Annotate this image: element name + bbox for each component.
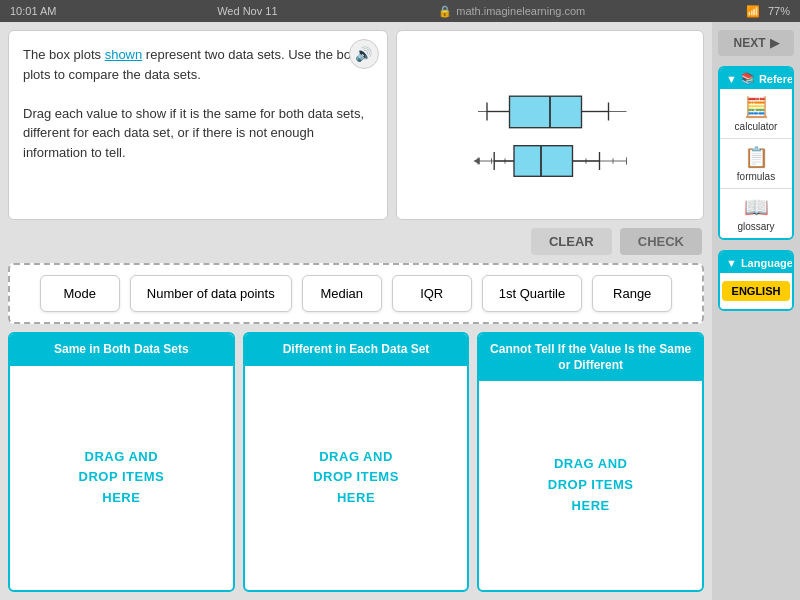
boxplot-container <box>396 30 704 220</box>
time-display: 10:01 AM <box>10 5 56 17</box>
next-label: NEXT <box>733 36 765 50</box>
drop-zone-cannot-tell-header: Cannot Tell If the Value Is the Same or … <box>479 334 702 381</box>
buttons-row: CLEAR CHECK <box>8 228 704 255</box>
check-button[interactable]: CHECK <box>620 228 702 255</box>
drop-zones-container: Same in Both Data Sets DRAG ANDDROP ITEM… <box>8 332 704 592</box>
formulas-label: formulas <box>737 171 775 182</box>
calculator-item[interactable]: 🧮 calculator <box>720 89 792 139</box>
next-button[interactable]: NEXT ▶ <box>718 30 794 56</box>
drag-item-num-data-points[interactable]: Number of data points <box>130 275 292 312</box>
drag-item-range[interactable]: Range <box>592 275 672 312</box>
url-display: math.imaginelearning.com <box>456 5 585 17</box>
drop-zone-same-header: Same in Both Data Sets <box>10 334 233 366</box>
right-sidebar: NEXT ▶ ▼ 📚 Reference 🧮 calculator 📋 form… <box>712 22 800 600</box>
shown-link[interactable]: shown <box>105 47 143 62</box>
formulas-item[interactable]: 📋 formulas <box>720 139 792 189</box>
drop-zone-different[interactable]: Different in Each Data Set DRAG ANDDROP … <box>243 332 470 592</box>
drop-zone-cannot-tell[interactable]: Cannot Tell If the Value Is the Same or … <box>477 332 704 592</box>
reference-triangle-icon: ▼ <box>726 73 737 85</box>
drop-zone-different-header: Different in Each Data Set <box>245 334 468 366</box>
language-body: ENGLISH <box>720 273 792 309</box>
sound-button[interactable]: 🔊 <box>349 39 379 69</box>
top-section: 🔊 The box plots shown represent two data… <box>8 30 704 220</box>
glossary-icon: 📖 <box>744 195 769 219</box>
drop-zone-same[interactable]: Same in Both Data Sets DRAG ANDDROP ITEM… <box>8 332 235 592</box>
drop-zone-different-body: DRAG ANDDROP ITEMSHERE <box>245 366 468 590</box>
next-arrow-icon: ▶ <box>770 36 779 50</box>
drop-zone-same-body: DRAG ANDDROP ITEMSHERE <box>10 366 233 590</box>
content-area: 🔊 The box plots shown represent two data… <box>0 22 712 600</box>
svg-marker-20 <box>473 157 479 164</box>
svg-rect-3 <box>509 96 581 128</box>
instruction-para-2: Drag each value to show if it is the sam… <box>23 104 373 163</box>
svg-rect-23 <box>514 146 573 177</box>
boxplot-svg <box>460 55 640 195</box>
language-button[interactable]: ENGLISH <box>722 281 791 301</box>
drag-item-1st-quartile[interactable]: 1st Quartile <box>482 275 582 312</box>
instructions-box: 🔊 The box plots shown represent two data… <box>8 30 388 220</box>
drag-item-median[interactable]: Median <box>302 275 382 312</box>
glossary-label: glossary <box>737 221 774 232</box>
language-header: ▼ Language ℹ <box>720 252 792 273</box>
main-layout: 🔊 The box plots shown represent two data… <box>0 22 800 600</box>
calculator-label: calculator <box>735 121 778 132</box>
reference-section: ▼ 📚 Reference 🧮 calculator 📋 formulas 📖 … <box>718 66 794 240</box>
instruction-text-1: The box plots <box>23 47 105 62</box>
drag-items-container: Mode Number of data points Median IQR 1s… <box>8 263 704 324</box>
drag-item-iqr[interactable]: IQR <box>392 275 472 312</box>
calculator-icon: 🧮 <box>744 95 769 119</box>
top-bar: 10:01 AM Wed Nov 11 🔒 math.imaginelearni… <box>0 0 800 22</box>
reference-header: ▼ 📚 Reference <box>720 68 792 89</box>
language-section: ▼ Language ℹ ENGLISH <box>718 250 794 311</box>
drop-zone-cannot-tell-body: DRAG ANDDROP ITEMSHERE <box>479 381 702 590</box>
drag-item-mode[interactable]: Mode <box>40 275 120 312</box>
wifi-icon: 📶 <box>746 5 760 18</box>
clear-button[interactable]: CLEAR <box>531 228 612 255</box>
formulas-icon: 📋 <box>744 145 769 169</box>
language-triangle-icon: ▼ <box>726 257 737 269</box>
glossary-item[interactable]: 📖 glossary <box>720 189 792 238</box>
instruction-para-1: The box plots shown represent two data s… <box>23 45 373 84</box>
lock-icon: 🔒 <box>438 5 452 18</box>
reference-label: Reference <box>759 73 794 85</box>
language-label: Language <box>741 257 793 269</box>
day-display: Wed Nov 11 <box>217 5 277 17</box>
battery-display: 77% <box>768 5 790 17</box>
reference-icon: 📚 <box>741 72 755 85</box>
